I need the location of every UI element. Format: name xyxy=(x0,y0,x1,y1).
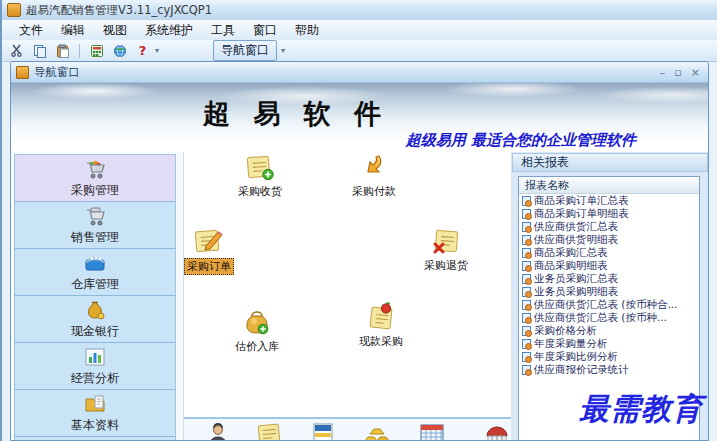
menu-help[interactable]: 帮助 xyxy=(286,21,328,40)
moneybag-icon xyxy=(83,298,107,322)
sidebar-item-label: 销售管理 xyxy=(71,229,119,246)
copy-icon[interactable] xyxy=(31,42,48,59)
report-row[interactable]: 供应商供货汇总表 (按币种... xyxy=(519,311,699,324)
navbar-overflow-icon[interactable]: ▾ xyxy=(281,46,285,55)
sidebar-item-basic-data[interactable]: 基本资料 xyxy=(15,390,175,437)
person-icon[interactable] xyxy=(206,422,230,440)
sidebar-item-cash-bank[interactable]: 现金银行 xyxy=(15,296,175,343)
bag-plus-icon xyxy=(242,307,272,337)
sidebar-item-label: 仓库管理 xyxy=(71,276,119,293)
application-window: 超易汽配销售管理V3.11_cyJXCQP1 文件 编辑 视图 系统维护 工具 … xyxy=(0,0,717,441)
report-row[interactable]: 业务员采购汇总表 xyxy=(519,272,699,285)
toolbar: ? ▾ 导航窗口 ▾ xyxy=(2,40,717,62)
report-row[interactable]: 业务员采购明细表 xyxy=(519,285,699,298)
report-icon xyxy=(522,248,531,258)
report-row[interactable]: 商品采购订单明细表 xyxy=(519,207,699,220)
menu-system-maintenance[interactable]: 系统维护 xyxy=(136,21,202,40)
sidebar-item-label: 现金银行 xyxy=(71,323,119,340)
shortcut-purchase-return[interactable]: 采购退货 xyxy=(409,228,483,273)
sidebar-item-purchase[interactable]: 采购管理 xyxy=(15,155,175,202)
report-icon xyxy=(522,287,531,297)
cut-icon[interactable] xyxy=(8,42,25,59)
menu-window[interactable]: 窗口 xyxy=(244,21,286,40)
report-name: 年度采购比例分析 xyxy=(534,350,618,363)
report-icon xyxy=(522,261,531,271)
calendar-icon[interactable] xyxy=(419,422,445,440)
sales-cart-icon xyxy=(83,204,107,228)
window-title: 超易汽配销售管理V3.11_cyJXCQP1 xyxy=(26,3,212,18)
shortcut-purchase-receiving[interactable]: 采购收货 xyxy=(223,154,297,199)
help-icon[interactable]: ? xyxy=(134,42,151,59)
menu-tools[interactable]: 工具 xyxy=(202,21,244,40)
globe-icon[interactable] xyxy=(111,42,128,59)
bottom-icon-strip xyxy=(184,417,520,440)
brand-slogan: 超级易用 最适合您的企业管理软件 xyxy=(406,131,636,150)
note-apple-icon xyxy=(366,302,396,332)
navigation-window-icon xyxy=(16,66,29,79)
banner: 超 易 软 件 超级易用 最适合您的企业管理软件 xyxy=(11,83,708,153)
navigation-window-title: 导航窗口 xyxy=(34,65,80,80)
note-cross-icon xyxy=(431,228,461,256)
reports-column-header[interactable]: 报表名称 xyxy=(519,177,699,194)
report-icon xyxy=(522,196,531,206)
sidebar-item-warehouse[interactable]: 仓库管理 xyxy=(15,249,175,296)
gold-icon[interactable] xyxy=(362,422,390,440)
note-icon[interactable] xyxy=(256,422,282,440)
report-row[interactable]: 年度采购量分析 xyxy=(519,337,699,350)
paste-icon[interactable] xyxy=(54,42,71,59)
content-area: 采购管理 销售管理 仓库管理 现金银行 经营分析 xyxy=(11,152,708,440)
report-name: 商品采购汇总表 xyxy=(534,246,608,259)
flag-doc-icon[interactable] xyxy=(311,422,335,440)
sidebar-item-analysis[interactable]: 经营分析 xyxy=(15,343,175,390)
shortcut-purchase-order[interactable]: 采购订单 xyxy=(183,226,246,275)
building-icon[interactable] xyxy=(484,422,510,440)
report-row[interactable]: 采购价格分析 xyxy=(519,324,699,337)
report-row[interactable]: 商品采购汇总表 xyxy=(519,246,699,259)
app-icon xyxy=(7,3,21,17)
report-row[interactable]: 供应商供货汇总表 (按币种合... xyxy=(519,298,699,311)
menu-edit[interactable]: 编辑 xyxy=(52,21,94,40)
report-row[interactable]: 年度采购比例分析 xyxy=(519,350,699,363)
watermark-text: 最需教育 xyxy=(579,389,703,430)
nav-window-button-label: 导航窗口 xyxy=(221,42,269,59)
sidebar-item-partial[interactable] xyxy=(15,437,175,440)
report-icon xyxy=(522,326,531,336)
report-name: 供应商供货汇总表 xyxy=(534,220,618,233)
toolbar-overflow-icon[interactable]: ▾ xyxy=(155,46,159,55)
report-name: 业务员采购汇总表 xyxy=(534,272,618,285)
shortcut-purchase-payment[interactable]: 采购付款 xyxy=(337,154,411,199)
shortcut-label-selected: 采购订单 xyxy=(184,258,234,275)
calculator-icon[interactable] xyxy=(88,42,105,59)
report-row[interactable]: 供应商报价记录统计 xyxy=(519,363,699,376)
shortcut-valuation-inbound[interactable]: 估价入库 xyxy=(220,307,294,354)
report-row[interactable]: 商品采购订单汇总表 xyxy=(519,194,699,207)
report-icon xyxy=(522,365,531,375)
shortcut-label: 采购收货 xyxy=(236,184,284,199)
menu-view[interactable]: 视图 xyxy=(94,21,136,40)
brand-title: 超 易 软 件 xyxy=(203,96,388,132)
menubar: 文件 编辑 视图 系统维护 工具 窗口 帮助 xyxy=(2,20,717,40)
restore-icon[interactable]: ▫ xyxy=(674,67,681,78)
purchase-workflow-canvas: 采购收货 采购付款 采购订单 采购退货 估价入库 xyxy=(183,152,520,440)
module-sidebar: 采购管理 销售管理 仓库管理 现金银行 经营分析 xyxy=(14,154,176,440)
report-row[interactable]: 商品采购明细表 xyxy=(519,259,699,272)
report-icon xyxy=(522,235,531,245)
menu-file[interactable]: 文件 xyxy=(10,21,52,40)
shortcut-label: 现款采购 xyxy=(357,334,405,349)
titlebar: 超易汽配销售管理V3.11_cyJXCQP1 xyxy=(2,0,717,21)
toolbar-separator xyxy=(79,44,80,58)
minimize-icon[interactable]: – xyxy=(660,67,666,78)
report-icon xyxy=(522,300,531,310)
sidebar-item-label: 经营分析 xyxy=(71,370,119,387)
shortcut-label: 估价入库 xyxy=(233,339,281,354)
report-name: 供应商报价记录统计 xyxy=(534,363,629,376)
shortcut-cash-purchase[interactable]: 现款采购 xyxy=(344,302,418,349)
report-name: 商品采购订单明细表 xyxy=(534,207,629,220)
report-row[interactable]: 供应商供货明细表 xyxy=(519,233,699,246)
nav-window-button[interactable]: 导航窗口 xyxy=(213,40,277,61)
navigation-window: 导航窗口 – ▫ × 超 易 软 件 超级易用 最适合您的企业管理软件 采购管理 xyxy=(10,61,709,441)
close-icon[interactable]: × xyxy=(691,67,700,78)
report-name: 业务员采购明细表 xyxy=(534,285,618,298)
sidebar-item-sales[interactable]: 销售管理 xyxy=(15,202,175,249)
report-row[interactable]: 供应商供货汇总表 xyxy=(519,220,699,233)
